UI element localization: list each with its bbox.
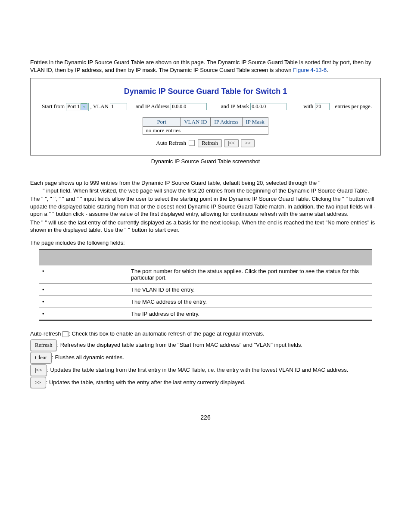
next-page-button[interactable]: >> [241, 139, 255, 147]
next-desc: >>: Updates the table, starting with the… [30, 377, 381, 389]
first-page-button[interactable]: |<< [224, 139, 239, 147]
first-button-icon: |<< [30, 364, 47, 376]
fields-table: • The port number for which the status a… [39, 249, 372, 321]
page-number: 226 [13, 414, 398, 421]
mask-label: and IP Mask [221, 103, 249, 109]
figure-link[interactable]: Figure 4-13-6 [293, 67, 327, 73]
start-from-label: Start from [42, 103, 65, 109]
refresh-button[interactable]: Refresh [198, 139, 221, 147]
body-paragraph-3: The " " will use the last entry of the c… [30, 219, 381, 234]
vlan-input[interactable] [110, 103, 127, 110]
auto-refresh-label: Auto Refresh [156, 140, 186, 146]
refresh-button-icon: Refresh [30, 339, 57, 351]
table-row: • The MAC address of the entry. [39, 296, 372, 308]
body-paragraph-1: Each page shows up to 999 entries from t… [30, 179, 381, 194]
th-mask: IP Mask [242, 118, 268, 127]
entries-per-page-label: entries per page. [335, 103, 372, 109]
checkbox-icon [62, 331, 68, 337]
table-row: • The IP address of the entry. [39, 308, 372, 320]
auto-refresh-checkbox[interactable] [189, 140, 195, 146]
entries-count-input[interactable] [315, 103, 330, 110]
clear-button-icon: Clear [30, 352, 52, 364]
next-button-icon: >> [30, 377, 46, 389]
filter-controls: Start from Port 1v , VLAN and IP Address… [42, 103, 369, 111]
table-header-row [39, 250, 372, 265]
desc-vlan: The VLAN ID of the entry. [128, 284, 372, 296]
ip-mask-input[interactable] [250, 103, 286, 110]
screenshot-figure: Dynamic IP Source Guard Table for Switch… [30, 78, 381, 156]
th-port: Port [143, 118, 181, 127]
body-paragraph-2: The " ", " ", " " and " " input fields a… [30, 195, 381, 218]
figure-caption: Dynamic IP Source Guard Table screenshot [13, 158, 398, 165]
ip-label: and IP Address [136, 103, 169, 109]
auto-refresh-desc: Auto-refresh : Check this box to enable … [30, 330, 381, 339]
th-description [128, 250, 372, 265]
chevron-down-icon: v [81, 103, 87, 110]
figure-title: Dynamic IP Source Guard Table for Switch… [42, 87, 369, 96]
desc-mac: The MAC address of the entry. [128, 296, 372, 308]
th-object [39, 250, 128, 265]
first-desc: |<<: Updates the table starting from the… [30, 364, 381, 376]
desc-port: The port number for which the status app… [128, 265, 372, 284]
intro-paragraph: Entries in the Dynamic IP Source Guard T… [30, 59, 381, 74]
ip-address-input[interactable] [171, 103, 207, 110]
no-more-entries: no more entries [143, 127, 268, 135]
table-row: • The port number for which the status a… [39, 265, 372, 284]
clear-desc: Clear: Flushes all dynamic entries. [30, 352, 381, 364]
th-ip: IP Address [211, 118, 242, 127]
refresh-desc: Refresh: Refreshes the displayed table s… [30, 339, 381, 351]
desc-ip: The IP address of the entry. [128, 308, 372, 320]
vlan-label: , VLAN [90, 103, 109, 109]
port-select[interactable]: Port 1v [66, 103, 89, 111]
data-table: Port VLAN ID IP Address IP Mask no more … [143, 117, 268, 135]
table-controls: Auto Refresh Refresh |<< >> [42, 139, 369, 147]
table-row: • The VLAN ID of the entry. [39, 284, 372, 296]
fields-heading: The page includes the following fields: [30, 239, 381, 247]
th-vlan: VLAN ID [181, 118, 211, 127]
with-label: with [303, 103, 313, 109]
